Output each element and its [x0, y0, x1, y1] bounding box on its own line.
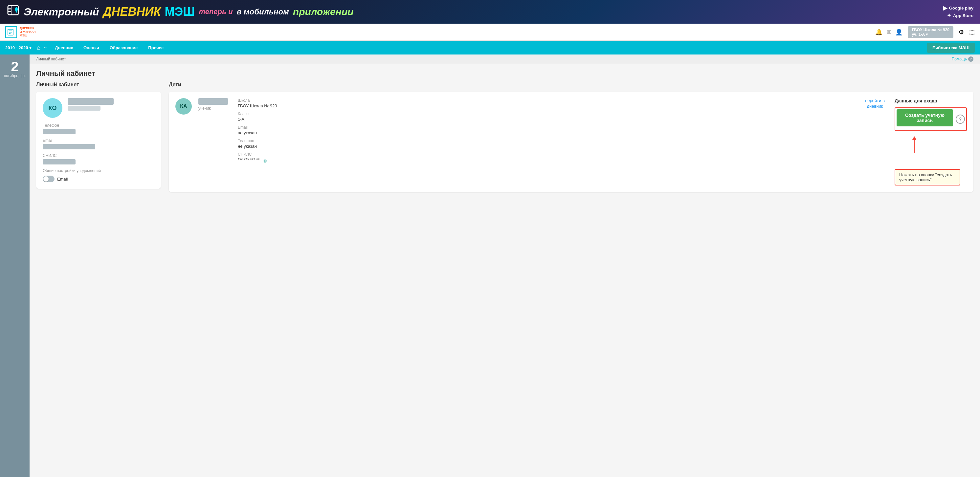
personal-cabinet-section: Личный кабинет КО Телефон Email: [36, 82, 161, 192]
child-card: КА ученик Школа ГБОУ Школа № 920 Класс 1…: [169, 92, 974, 192]
nav-year[interactable]: 2019 - 2020 ▾: [5, 45, 32, 50]
settings-icon[interactable]: ⚙: [959, 29, 964, 36]
avatar: КО: [43, 98, 62, 118]
school-name: ГБОУ Школа № 920: [912, 27, 950, 32]
nav-home-icon[interactable]: ⌂: [37, 45, 40, 51]
snils-field-group: СНИЛС: [43, 153, 154, 164]
snils-row: *** *** *** ** 👁: [238, 157, 855, 165]
login-data-title: Данные для входа: [895, 98, 967, 103]
personal-card: КО Телефон Email: [36, 92, 161, 189]
child-phone-label: Телефон: [238, 138, 855, 143]
toggle-knob: [43, 176, 49, 181]
sidebar-month: октябрь, ср.: [4, 73, 26, 78]
banner-left: Электронный ДНЕВНИК МЭШ теперь и в мобил…: [6, 4, 354, 20]
eye-icon[interactable]: 👁: [262, 159, 268, 164]
banner-right: ▶ Google play ✦ App Store: [943, 5, 974, 19]
breadcrumb: Личный кабинет: [36, 57, 66, 61]
toggle-email-label: Email: [57, 176, 68, 181]
breadcrumb-bar: Личный кабинет Помощь ?: [30, 54, 980, 64]
child-class-label: Класс: [238, 111, 855, 116]
email-label: Email: [43, 138, 154, 143]
top-banner: Электронный ДНЕВНИК МЭШ теперь и в мобил…: [0, 0, 980, 24]
logo-line1: ДНЕВНИК: [20, 27, 35, 30]
login-data-section: Данные для входа Создать учетную запись …: [895, 98, 967, 186]
question-button[interactable]: ?: [956, 114, 965, 124]
banner-text-mobile: в мобильном: [237, 7, 289, 16]
child-phone-value: не указан: [238, 144, 855, 149]
nav-prochee[interactable]: Прочее: [144, 41, 167, 54]
notifications-title: Общие настройки уведомлений: [43, 169, 154, 173]
svg-marker-7: [912, 136, 916, 140]
nav-obrazovanie[interactable]: Образование: [106, 41, 142, 54]
child-name-block: ученик: [198, 98, 231, 186]
logo-line2: И ЖУРНАЛ: [20, 30, 35, 34]
child-snils-value: *** *** *** **: [238, 157, 260, 162]
content-grid: Личный кабинет КО Телефон Email: [30, 82, 980, 199]
navbar: 2019 - 2020 ▾ ⌂ ← Дневник Оценки Образов…: [0, 41, 980, 54]
logout-icon[interactable]: ⬚: [969, 29, 975, 36]
google-play-link[interactable]: ▶ Google play: [943, 5, 974, 11]
school-info: ГБОУ Школа № 920 уч. 1-А ▾: [908, 26, 953, 38]
child-row: КА ученик Школа ГБОУ Школа № 920 Класс 1…: [175, 98, 967, 186]
snils-label: СНИЛС: [43, 153, 154, 158]
notification-icon[interactable]: 🔔: [875, 29, 883, 36]
phone-value: [43, 129, 76, 134]
arrow-svg: [895, 136, 934, 154]
nav-dnevnik[interactable]: Дневник: [51, 41, 77, 54]
header: ДНЕВНИК И ЖУРНАЛ МЭШ 🔔 ✉ 👤 ГБОУ Школа № …: [0, 24, 980, 41]
library-button[interactable]: Библиотека МЭШ: [927, 43, 975, 53]
snils-value: [43, 159, 76, 164]
child-name-placeholder: [198, 98, 228, 105]
sidebar: 2 октябрь, ср.: [0, 54, 30, 477]
banner-text-elek: Электронный: [24, 6, 99, 18]
message-icon[interactable]: ✉: [886, 29, 891, 36]
user-icon[interactable]: 👤: [895, 29, 902, 36]
create-account-button[interactable]: Создать учетную запись: [897, 109, 953, 126]
nav-otsenki[interactable]: Оценки: [80, 41, 103, 54]
app-store-icon: ✦: [947, 13, 951, 19]
app-store-link[interactable]: ✦ App Store: [947, 13, 974, 19]
child-avatar: КА: [175, 98, 192, 114]
annotation-box: Нажать на кнопку "создать учетную запись…: [895, 169, 960, 186]
email-toggle-row: Email: [43, 176, 154, 182]
child-role: ученик: [198, 106, 231, 111]
notifications-section: Общие настройки уведомлений Email: [43, 169, 154, 182]
child-email-label: Email: [238, 125, 855, 130]
child-details: Школа ГБОУ Школа № 920 Класс 1-А Email н…: [238, 98, 855, 186]
nav-year-chevron: ▾: [29, 45, 32, 50]
create-account-row: Создать учетную запись ?: [895, 107, 967, 131]
banner-text-dnevnik: ДНЕВНИК: [103, 5, 161, 19]
user-info-row: КО: [43, 98, 154, 118]
sidebar-day: 2: [11, 60, 18, 73]
header-right: 🔔 ✉ 👤 ГБОУ Школа № 920 уч. 1-А ▾ ⚙ ⬚: [875, 26, 975, 38]
email-toggle[interactable]: [43, 176, 54, 182]
phone-label: Телефон: [43, 123, 154, 128]
child-school-label: Школа: [238, 98, 855, 103]
banner-text-prilozhenii: приложении: [293, 6, 354, 17]
phone-field-group: Телефон: [43, 123, 154, 134]
nav-back-icon[interactable]: ←: [43, 45, 48, 51]
content-area: 2 октябрь, ср. Личный кабинет Помощь ? Л…: [0, 54, 980, 477]
logo-icon: [5, 26, 17, 38]
email-value: [43, 144, 95, 149]
diary-link[interactable]: перейти в дневник: [862, 98, 888, 186]
help-link[interactable]: Помощь ?: [952, 56, 974, 62]
google-play-icon: ▶: [943, 5, 947, 11]
nav-year-label: 2019 - 2020: [5, 45, 28, 50]
child-email-value: не указан: [238, 130, 855, 135]
child-snils-label: СНИЛС: [238, 152, 855, 157]
children-section: Дети КА ученик Школа ГБОУ Школа №: [169, 82, 974, 192]
header-icons: 🔔 ✉ 👤: [875, 29, 902, 36]
help-text: Помощь: [952, 57, 967, 61]
name-placeholder2: [68, 106, 100, 111]
children-section-title: Дети: [169, 82, 974, 87]
banner-text-teper: теперь и: [199, 8, 232, 16]
app-store-label: App Store: [953, 13, 974, 18]
google-play-label: Google play: [949, 6, 974, 11]
annotation-area: Нажать на кнопку "создать учетную запись…: [895, 136, 967, 186]
header-logo: ДНЕВНИК И ЖУРНАЛ МЭШ: [5, 26, 35, 38]
main-content: Личный кабинет Помощь ? Личный кабинет Л…: [30, 54, 980, 477]
email-field-group: Email: [43, 138, 154, 149]
page-title: Личный кабинет: [30, 64, 980, 82]
banner-text-mesh: МЭШ: [165, 5, 195, 19]
